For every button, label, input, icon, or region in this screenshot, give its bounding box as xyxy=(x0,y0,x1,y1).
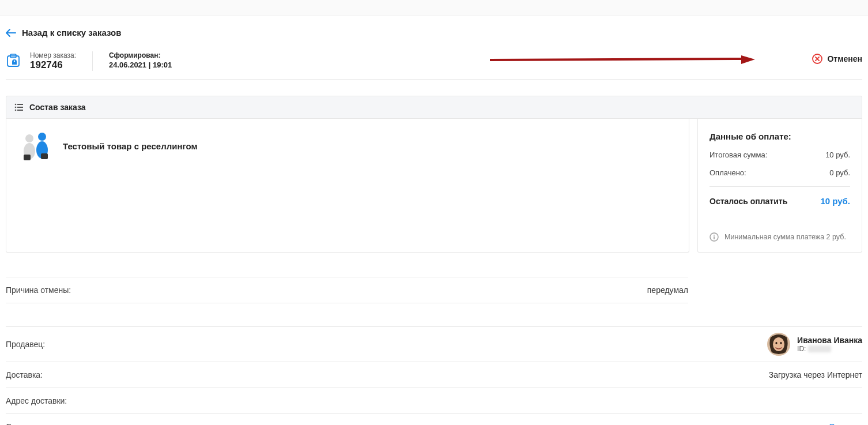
svg-point-6 xyxy=(15,104,17,106)
annotation-arrow-icon xyxy=(490,54,755,66)
svg-rect-17 xyxy=(41,153,48,159)
payment-remain-value: 10 руб. xyxy=(820,196,850,206)
svg-rect-20 xyxy=(714,236,715,239)
payment-paid-value: 0 руб. xyxy=(829,168,850,177)
svg-rect-11 xyxy=(17,110,23,111)
order-formed-block: Сформирован: 24.06.2021 | 19:01 xyxy=(93,51,172,69)
payment-total-label: Итоговая сумма: xyxy=(710,151,767,159)
seller-id-redacted xyxy=(808,345,831,352)
reason-value: передумал xyxy=(647,285,688,295)
delivery-row: Доставка: Загрузка через Интернет xyxy=(6,362,862,388)
arrow-left-icon xyxy=(6,29,16,37)
formed-label: Сформирован: xyxy=(109,51,172,59)
svg-rect-7 xyxy=(17,104,23,105)
order-bag-icon xyxy=(6,52,23,70)
payment-panel: Данные об оплате: Итоговая сумма: 10 руб… xyxy=(697,119,862,253)
payment-remain-label: Осталось оплатить xyxy=(710,197,787,206)
seller-avatar[interactable] xyxy=(767,333,790,356)
cancel-circle-icon xyxy=(812,54,822,64)
back-link-label: Назад к списку заказов xyxy=(22,28,121,37)
svg-rect-9 xyxy=(17,107,23,108)
delivery-label: Доставка: xyxy=(6,370,43,379)
order-status-text: Отменен xyxy=(827,54,862,63)
info-circle-icon xyxy=(710,232,719,242)
svg-point-2 xyxy=(14,61,15,62)
product-line: Тестовый товар с реселлингом xyxy=(18,129,677,163)
order-header: Номер заказа: 192746 Сформирован: 24.06.… xyxy=(6,48,862,80)
svg-rect-19 xyxy=(714,235,715,236)
seller-name[interactable]: Иванова Иванка xyxy=(797,336,862,345)
payment-min-text: Минимальная сумма платежа 2 руб. xyxy=(724,233,846,241)
order-status-label: Статус заказа: xyxy=(6,422,61,425)
top-spacer xyxy=(0,0,868,16)
svg-line-3 xyxy=(490,59,744,60)
svg-rect-16 xyxy=(24,155,31,160)
address-row: Адрес доставки: xyxy=(6,388,862,414)
seller-id-prefix: ID: xyxy=(797,345,806,353)
order-id-label: Номер заказа: xyxy=(30,51,76,59)
list-icon xyxy=(14,103,24,111)
svg-point-8 xyxy=(15,107,17,108)
address-label: Адрес доставки: xyxy=(6,396,67,405)
delivery-value: Загрузка через Интернет xyxy=(769,370,862,379)
svg-point-10 xyxy=(15,110,17,111)
order-status-row: Статус заказа: Отменен xyxy=(6,414,862,425)
payment-min-info: Минимальная сумма платежа 2 руб. xyxy=(710,232,850,242)
order-id-value: 192746 xyxy=(30,59,76,71)
composition-header: Состав заказа xyxy=(6,96,862,119)
seller-label: Продавец: xyxy=(6,340,45,349)
order-id-block: Номер заказа: 192746 xyxy=(6,51,93,71)
svg-marker-4 xyxy=(741,55,755,64)
payment-paid-label: Оплачено: xyxy=(710,168,746,177)
order-status-value[interactable]: Отменен xyxy=(829,422,862,425)
svg-point-23 xyxy=(775,342,777,344)
divider xyxy=(710,186,850,187)
composition-header-label: Состав заказа xyxy=(29,103,86,112)
order-composition-panel: Тестовый товар с реселлингом xyxy=(6,119,689,253)
payment-title: Данные об оплате: xyxy=(710,131,850,141)
reason-row: Причина отмены: передумал xyxy=(6,277,688,303)
back-to-orders-link[interactable]: Назад к списку заказов xyxy=(6,28,862,37)
reason-label: Причина отмены: xyxy=(6,285,71,295)
product-title: Тестовый товар с реселлингом xyxy=(63,141,198,151)
seller-row: Продавец: Иванова Иванка ID: xyxy=(6,326,862,362)
svg-point-24 xyxy=(780,342,782,344)
svg-point-12 xyxy=(25,134,33,142)
formed-value: 24.06.2021 | 19:01 xyxy=(109,61,172,69)
svg-point-14 xyxy=(38,133,46,141)
payment-total-value: 10 руб. xyxy=(825,151,850,159)
order-status-badge: Отменен xyxy=(812,51,862,64)
product-thumbnail xyxy=(18,129,54,163)
